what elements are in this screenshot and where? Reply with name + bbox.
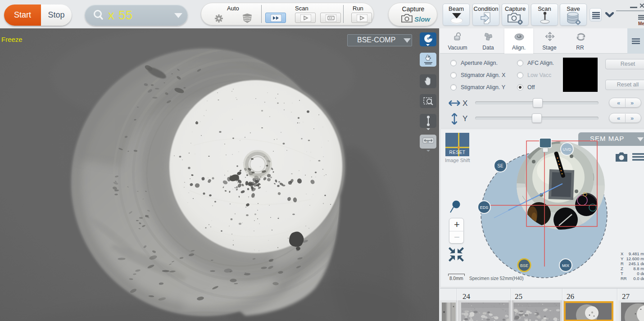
svg-text:UVD: UVD bbox=[562, 147, 571, 152]
svg-text:EDS: EDS bbox=[480, 205, 489, 210]
svg-text:SE: SE bbox=[497, 163, 503, 168]
svg-text:BSE: BSE bbox=[520, 263, 528, 268]
svg-text:88: 88 bbox=[426, 140, 429, 143]
svg-text:MIX: MIX bbox=[562, 263, 569, 268]
